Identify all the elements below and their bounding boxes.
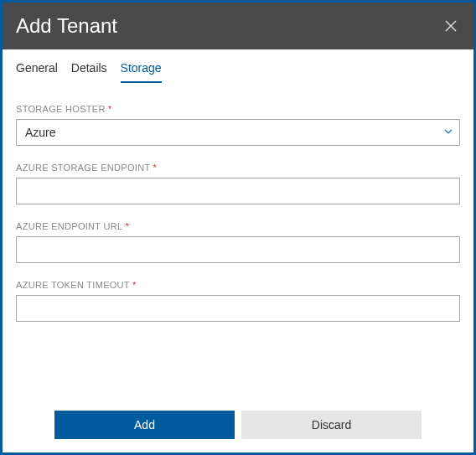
azure-storage-endpoint-input[interactable] — [16, 178, 460, 204]
required-indicator: * — [153, 163, 157, 173]
required-indicator: * — [125, 221, 129, 231]
required-indicator: * — [132, 280, 137, 290]
tab-bar: General Details Storage — [3, 49, 473, 84]
tab-general[interactable]: General — [16, 61, 58, 83]
field-storage-hoster: STORAGE HOSTER * — [16, 104, 460, 146]
add-tenant-modal: Add Tenant General Details Storage STORA… — [0, 0, 476, 455]
modal-title: Add Tenant — [16, 14, 117, 38]
tab-details[interactable]: Details — [71, 61, 107, 83]
modal-header: Add Tenant — [3, 3, 473, 49]
azure-token-timeout-input[interactable] — [16, 295, 460, 322]
field-azure-storage-endpoint: AZURE STORAGE ENDPOINT * — [16, 163, 460, 204]
field-azure-token-timeout: AZURE TOKEN TIMEOUT * — [16, 280, 460, 322]
label-text: AZURE STORAGE ENDPOINT — [16, 163, 150, 173]
discard-button[interactable]: Discard — [241, 411, 422, 439]
form-area: STORAGE HOSTER * AZURE STORAGE ENDPOINT … — [3, 84, 473, 399]
close-button[interactable] — [442, 17, 460, 35]
field-label: STORAGE HOSTER * — [16, 104, 460, 114]
storage-hoster-select[interactable] — [16, 119, 460, 146]
label-text: AZURE TOKEN TIMEOUT — [16, 280, 130, 290]
label-text: AZURE ENDPOINT URL — [16, 221, 122, 231]
label-text: STORAGE HOSTER — [16, 104, 106, 114]
add-button[interactable]: Add — [54, 411, 235, 439]
select-wrapper — [16, 119, 460, 146]
required-indicator: * — [108, 104, 112, 114]
field-label: AZURE TOKEN TIMEOUT * — [16, 280, 460, 290]
field-label: AZURE ENDPOINT URL * — [16, 221, 460, 231]
field-label: AZURE STORAGE ENDPOINT * — [16, 163, 460, 173]
close-icon — [445, 20, 457, 32]
modal-footer: Add Discard — [3, 399, 473, 452]
azure-endpoint-url-input[interactable] — [16, 236, 460, 263]
tab-storage[interactable]: Storage — [121, 61, 162, 83]
field-azure-endpoint-url: AZURE ENDPOINT URL * — [16, 221, 460, 263]
